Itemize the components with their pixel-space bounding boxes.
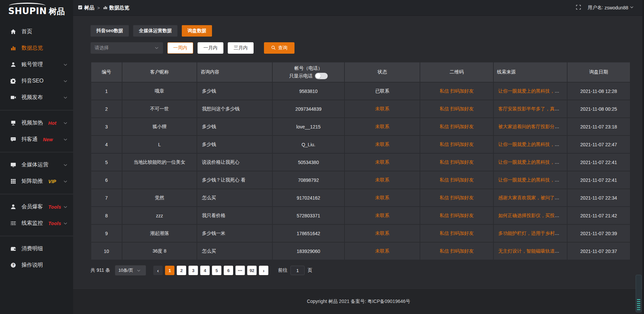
prev-page-button[interactable]: ‹ [153,266,163,275]
table-body: 1哦章多少钱9583810已联系私信 扫码加好友让你一眼就爱上的黑科技，能...… [91,83,630,260]
cell-content: 我想问这个多少钱 [197,100,272,117]
table-row: 1036度 8怎么买183929060未联系私信 扫码加好友无主灯设计，智能磁吸… [91,243,630,260]
page-size-value: 10条/页 [118,267,133,273]
sidebar-item-全媒体运营[interactable]: 全媒体运营 [0,157,73,173]
column-header-二维码: 二维码 [420,62,493,82]
status-text: 未联系 [375,248,389,254]
cell-status: 未联系 [345,154,420,171]
floating-widget[interactable] [636,275,642,312]
breadcrumb-current[interactable]: 数据总览 [103,5,129,11]
source-link[interactable]: 让你一眼就爱上的黑科技，能... [498,88,564,94]
menu-divider [0,194,73,194]
screen-heat-icon [10,120,16,126]
source-link[interactable]: 如何正确选择投影仪，买投影... [498,213,564,218]
qr-add-friend-link[interactable]: 私信 扫码加好友 [439,230,474,236]
cell-content: 怎么买 [197,243,272,260]
range-button-一月内[interactable]: 一月内 [198,42,223,54]
sidebar-item-消费明细[interactable]: 消费明细 [0,241,73,257]
cell-nickname: 哦章 [122,83,197,100]
sidebar-item-视频加热[interactable]: 视频加热Hot [0,115,73,131]
source-link[interactable]: 让你一眼就爱上的黑科技，能... [498,142,564,147]
source-link[interactable]: 多功能护栏灯，适用于乡村文... [498,230,564,236]
chevron-down-icon [137,268,141,273]
page-button-6[interactable]: 6 [224,266,233,275]
breadcrumb-separator: > [97,5,100,10]
account-select[interactable]: 请选择 [91,42,163,54]
page-size-select[interactable]: 10条/页 [115,265,146,275]
page-button-3[interactable]: 3 [189,266,198,275]
page-button-92[interactable]: 92 [247,266,257,275]
column-header-帐号（电话）: 帐号（电话）只显示电话 [273,62,344,82]
sidebar-item-label: 视频发布 [21,94,43,101]
page-button-1[interactable]: 1 [165,266,174,275]
page-button-4[interactable]: 4 [200,266,210,275]
qr-add-friend-link[interactable]: 私信 扫码加好友 [439,177,474,182]
qr-add-friend-link[interactable]: 私信 扫码加好友 [439,88,474,94]
sidebar-item-抖音SEO[interactable]: 抖音SEO [0,73,73,89]
brand-logo[interactable]: SHUPIN 树品 [0,0,73,19]
tab-抖音seo数据[interactable]: 抖音seo数据 [91,25,129,37]
tab-询盘数据[interactable]: 询盘数据 [182,25,212,37]
sidebar-item-label: 抖客通 [21,136,38,143]
logo-text: SHUPIN 树品 [8,6,65,17]
range-button-一周内[interactable]: 一周内 [167,42,193,54]
cell-source: 无主灯设计，智能磁吸轨道灯... [494,243,567,260]
page-button-5[interactable]: 5 [212,266,221,275]
sidebar-item-线索监控[interactable]: 线索监控Tools [0,215,73,231]
scrollbar-track[interactable] [642,0,644,314]
tab-全媒体运营数据[interactable]: 全媒体运营数据 [133,25,177,37]
qr-add-friend-link[interactable]: 私信 扫码加好友 [439,159,474,165]
goto-page-input[interactable] [290,266,305,275]
chevron-down-icon [63,221,68,226]
qr-add-friend-link[interactable]: 私信 扫码加好友 [439,142,474,147]
sidebar-menu: 首页数据总览账号管理抖音SEO视频发布视频加热Hot抖客通New全媒体运营矩阵助… [0,19,73,273]
table-header-row: 编号客户昵称咨询内容帐号（电话）只显示电话状态二维码线索来源询盘日期 [91,62,630,82]
breadcrumb-home[interactable]: 树品 [78,5,94,11]
sidebar-item-操作说明[interactable]: ?操作说明 [0,257,73,273]
qr-add-friend-link[interactable]: 私信 扫码加好友 [439,248,474,254]
cell-status: 未联系 [345,243,420,260]
chevron-down-icon [154,46,159,50]
username-label: 用户名: [588,5,603,11]
qr-add-friend-link[interactable]: 私信 扫码加好友 [439,213,474,218]
sidebar-item-账号管理[interactable]: 账号管理 [0,56,73,73]
source-link[interactable]: 感谢大家喜欢我家，被问了好... [498,195,564,200]
pager-ellipsis[interactable]: ••• [235,266,245,275]
cell-qr: 私信 扫码加好友 [420,154,493,171]
cell-account: 2097344839 [273,100,344,117]
cell-qr: 私信 扫码加好友 [420,100,493,117]
cell-date: 2021-11-07 21:42 [568,207,630,224]
source-link[interactable]: 让你一眼就爱上的黑科技，能... [498,159,564,165]
table-row: 6多少钱？让我死心 看70898792未联系私信 扫码加好友让你一眼就爱上的黑科… [91,171,630,189]
sidebar-item-抖客通[interactable]: 抖客通New [0,131,73,148]
source-link[interactable]: 被大家追着问的客厅投影分享... [498,124,564,129]
sidebar-item-矩阵助推[interactable]: 矩阵助推VIP [0,173,73,190]
qr-add-friend-link[interactable]: 私信 扫码加好友 [439,106,474,111]
cell-account: 572803371 [273,207,344,224]
select-placeholder: 请选择 [95,45,109,51]
qr-add-friend-link[interactable]: 私信 扫码加好友 [439,195,474,200]
phone-only-toggle[interactable] [315,73,328,79]
fullscreen-icon[interactable] [576,5,581,11]
qr-add-friend-link[interactable]: 私信 扫码加好友 [439,124,474,129]
sidebar-item-会员爆客[interactable]: 会员爆客Tools [0,199,73,215]
user-menu[interactable]: 用户名: zswodun88 [588,5,634,11]
goto-wrap: 前往 页 [278,266,312,275]
sidebar-item-首页[interactable]: 首页 [0,23,73,40]
cell-status: 未联系 [345,189,420,206]
sliders-icon [10,220,16,226]
column-header-询盘日期: 询盘日期 [568,62,630,82]
range-button-三月内[interactable]: 三月内 [228,42,254,54]
cell-number: 5 [91,154,122,171]
cell-qr: 私信 扫码加好友 [420,207,493,224]
sidebar-item-视频发布[interactable]: 视频发布 [0,89,73,106]
cell-account: Q_Liu. [273,136,344,153]
next-page-button[interactable]: › [259,266,268,275]
source-link[interactable]: 让你一眼就爱上的黑科技，能... [498,177,564,182]
sidebar-item-数据总览[interactable]: 数据总览 [0,40,73,56]
source-link[interactable]: 无主灯设计，智能磁吸轨道灯... [498,248,564,254]
search-button[interactable]: 查询 [264,42,294,54]
page-button-2[interactable]: 2 [177,266,186,275]
status-text: 未联系 [375,124,389,129]
source-link[interactable]: 客厅安装投影半年多了，真实... [498,106,564,111]
